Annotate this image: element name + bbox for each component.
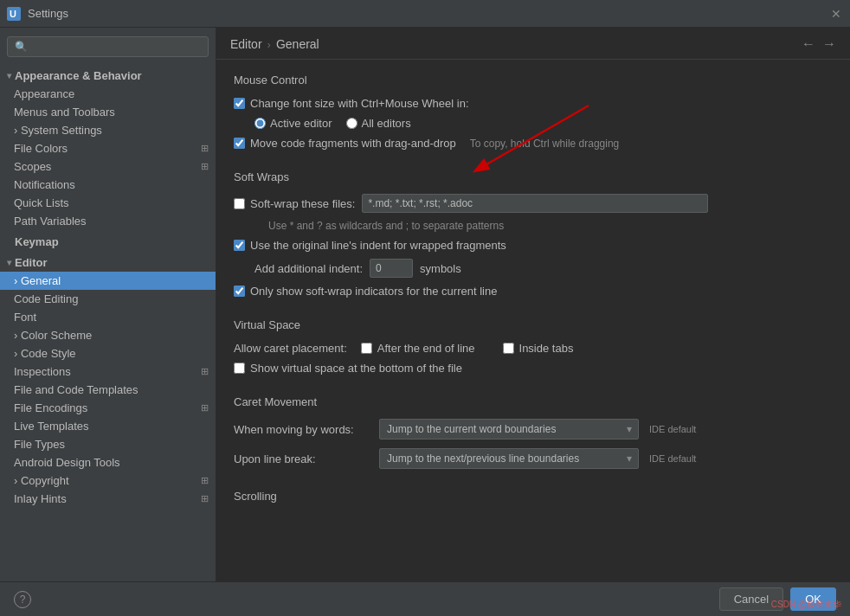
line-break-label: Upon line break:	[234, 452, 372, 465]
move-code-checkbox[interactable]	[234, 138, 245, 149]
section-editor[interactable]: ▾ Editor	[0, 251, 216, 272]
sidebar-item-label: File and Code Templates	[14, 383, 138, 396]
window-title: Settings	[28, 7, 822, 20]
soft-wraps-section: Soft Wraps Soft-wrap these files: Use * …	[234, 170, 833, 298]
sidebar-item-appearance[interactable]: Appearance	[0, 85, 216, 103]
show-virtual-space-checkbox[interactable]	[234, 363, 245, 374]
sidebar-item-label: Menus and Toolbars	[14, 106, 115, 119]
additional-indent-input[interactable]	[370, 259, 413, 278]
radio-all-editors-text: All editors	[362, 117, 411, 130]
sidebar-item-general[interactable]: › General	[0, 272, 216, 290]
nav-back-button[interactable]: ←	[802, 36, 815, 52]
move-code-text: Move code fragments with drag-and-drop	[250, 137, 456, 150]
show-indicators-label[interactable]: Only show soft-wrap indicators for the c…	[234, 285, 497, 298]
sidebar-item-label: › General	[14, 274, 61, 287]
sidebar-item-notifications[interactable]: Notifications	[0, 176, 216, 194]
section-arrow: ▾	[7, 258, 11, 267]
sidebar-item-code-style[interactable]: › Code Style	[0, 344, 216, 363]
mouse-control-section: Mouse Control Change font size with Ctrl…	[234, 74, 833, 150]
show-indicators-checkbox[interactable]	[234, 286, 245, 297]
caret-movement-section: Caret Movement When moving by words: Jum…	[234, 395, 833, 469]
sidebar-item-font[interactable]: Font	[0, 308, 216, 326]
radio-active-editor-text: Active editor	[270, 117, 332, 130]
show-virtual-space-label[interactable]: Show virtual space at the bottom of the …	[234, 362, 462, 375]
moving-by-words-label: When moving by words:	[234, 423, 372, 436]
symbols-label: symbols	[420, 262, 461, 275]
sidebar-item-live-templates[interactable]: Live Templates	[0, 417, 216, 435]
scrolling-section: Scrolling	[234, 490, 833, 503]
sidebar-item-android-design[interactable]: Android Design Tools	[0, 453, 216, 472]
nav-arrows: ← →	[802, 36, 836, 52]
sidebar-item-label: › Copyright	[14, 474, 69, 487]
original-indent-checkbox[interactable]	[234, 240, 245, 251]
sidebar-item-label: Code Editing	[14, 292, 78, 305]
original-indent-label[interactable]: Use the original line's indent for wrapp…	[234, 239, 506, 252]
radio-active-editor-label[interactable]: Active editor	[254, 117, 332, 130]
sidebar-item-path-variables[interactable]: Path Variables	[0, 212, 216, 230]
sidebar-item-menus-toolbars[interactable]: Menus and Toolbars	[0, 103, 216, 121]
radio-active-editor[interactable]	[254, 118, 266, 129]
soft-wrap-files-checkbox[interactable]	[234, 198, 245, 209]
radio-group-editors: Active editor All editors	[254, 117, 833, 130]
soft-wrap-files-label[interactable]: Soft-wrap these files:	[234, 197, 355, 210]
move-code-row: Move code fragments with drag-and-drop T…	[234, 137, 833, 150]
sidebar-item-quick-lists[interactable]: Quick Lists	[0, 194, 216, 212]
title-bar: U Settings ✕	[0, 0, 850, 28]
inside-tabs-checkbox[interactable]	[503, 343, 514, 354]
moving-by-words-ide-default: IDE default	[649, 424, 696, 434]
section-appearance-behavior[interactable]: ▾ Appearance & Behavior	[0, 64, 216, 85]
sidebar-item-inspections[interactable]: Inspections ⊞	[0, 363, 216, 381]
badge: ⊞	[201, 475, 209, 486]
after-end-label[interactable]: After the end of line	[361, 342, 475, 355]
wildcard-hint: Use * and ? as wildcards and ; to separa…	[268, 220, 833, 232]
additional-indent-row: Add additional indent: symbols	[254, 259, 833, 278]
soft-wrap-files-input[interactable]	[362, 194, 708, 213]
sidebar-item-label: Notifications	[14, 178, 75, 191]
sidebar-item-label: › Code Style	[14, 347, 76, 360]
sidebar-item-color-scheme[interactable]: › Color Scheme	[0, 326, 216, 344]
sidebar-item-system-settings[interactable]: › System Settings	[0, 121, 216, 139]
help-button[interactable]: ?	[14, 591, 31, 608]
sidebar-item-label: Scopes	[14, 160, 51, 173]
sidebar-item-label: Appearance	[14, 87, 74, 100]
section-keymap[interactable]: ▾ Keymap	[0, 230, 216, 251]
radio-all-editors[interactable]	[346, 118, 357, 129]
change-font-size-checkbox[interactable]	[234, 98, 245, 109]
soft-wraps-title: Soft Wraps	[234, 170, 833, 183]
close-button[interactable]: ✕	[829, 7, 843, 21]
breadcrumb-editor: Editor	[230, 37, 262, 51]
change-font-size-row: Change font size with Ctrl+Mouse Wheel i…	[234, 97, 833, 110]
sidebar-item-code-editing[interactable]: Code Editing	[0, 290, 216, 308]
sidebar-item-label: › Color Scheme	[14, 329, 92, 342]
line-break-dropdown[interactable]: Jump to the next/previous line boundarie…	[379, 448, 639, 469]
move-code-hint: To copy, hold Ctrl while dragging	[470, 138, 620, 150]
sidebar-item-scopes[interactable]: Scopes ⊞	[0, 157, 216, 176]
virtual-space-title: Virtual Space	[234, 318, 833, 331]
original-indent-row: Use the original line's indent for wrapp…	[234, 239, 833, 252]
sidebar-item-label: File Colors	[14, 142, 68, 155]
sidebar-item-inlay-hints[interactable]: Inlay Hints ⊞	[0, 490, 216, 508]
soft-wrap-files-row: Soft-wrap these files:	[234, 194, 833, 213]
sidebar-item-copyright[interactable]: › Copyright ⊞	[0, 472, 216, 490]
sidebar-item-label: Inlay Hints	[14, 492, 67, 505]
section-arrow: ▾	[7, 237, 11, 247]
radio-all-editors-label[interactable]: All editors	[346, 117, 411, 130]
nav-forward-button[interactable]: →	[822, 36, 836, 52]
show-indicators-text: Only show soft-wrap indicators for the c…	[250, 285, 497, 298]
mouse-control-title: Mouse Control	[234, 74, 833, 87]
show-virtual-space-row: Show virtual space at the bottom of the …	[234, 362, 833, 375]
sidebar-item-file-code-templates[interactable]: File and Code Templates	[0, 381, 216, 399]
sidebar-item-file-types[interactable]: File Types	[0, 435, 216, 453]
search-input[interactable]	[7, 36, 209, 57]
moving-by-words-dropdown[interactable]: Jump to the current word boundaries	[379, 419, 639, 440]
inside-tabs-text: Inside tabs	[519, 342, 574, 355]
section-arrow: ▾	[7, 71, 11, 80]
line-break-row: Upon line break: Jump to the next/previo…	[234, 448, 833, 469]
move-code-label[interactable]: Move code fragments with drag-and-drop	[234, 137, 456, 150]
change-font-size-label[interactable]: Change font size with Ctrl+Mouse Wheel i…	[234, 97, 469, 110]
after-end-checkbox[interactable]	[361, 343, 372, 354]
sidebar-item-file-encodings[interactable]: File Encodings ⊞	[0, 399, 216, 417]
watermark: CSDN @极客李华	[771, 599, 841, 611]
inside-tabs-label[interactable]: Inside tabs	[503, 342, 574, 355]
sidebar-item-file-colors[interactable]: File Colors ⊞	[0, 139, 216, 157]
